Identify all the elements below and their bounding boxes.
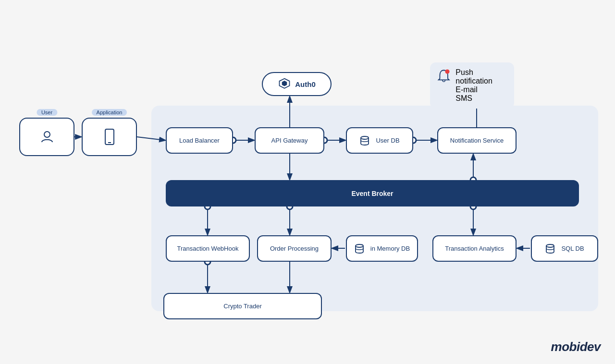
auth0-label: Auth0 [295,80,316,88]
crypto-trader-node: Crypto Trader [163,293,322,319]
logo: mobidev [551,340,601,354]
user-db-label: User DB [376,137,399,144]
notif-info-text: Push notification E-mail SMS [455,68,507,103]
notif-line1: Push notification [455,68,507,85]
svg-point-19 [445,69,449,73]
svg-point-23 [361,136,369,139]
user-db-icon [359,135,370,146]
in-memory-db-label: in Memory DB [370,245,410,252]
notification-service-node: Notification Service [437,127,517,154]
order-processing-label: Order Processing [270,245,319,252]
sql-db-node: SQL DB [531,235,598,262]
notif-line2: E-mail [455,85,507,94]
in-memory-db-node: in Memory DB [346,235,418,262]
user-node: User [19,118,74,156]
application-label: Application [92,109,127,116]
bell-icon [437,68,451,85]
svg-marker-18 [282,81,287,86]
api-gateway-node: API Gateway [255,127,324,154]
logo-static: mobidev [551,340,601,354]
user-label: User [37,109,57,116]
notif-line3: SMS [455,94,507,103]
auth0-node: Auth0 [262,72,332,96]
sql-db-icon [545,243,555,254]
load-balancer-node: Load Balancer [166,127,233,154]
transaction-analytics-node: Transaction Analytics [432,235,517,262]
svg-point-20 [44,132,50,137]
user-icon [40,130,54,144]
transaction-webhook-label: Transaction WebHook [177,245,239,252]
auth0-icon [278,77,291,91]
event-broker-label: Event Broker [351,190,393,197]
transaction-webhook-node: Transaction WebHook [166,235,250,262]
event-broker-node: Event Broker [166,180,579,206]
crypto-trader-label: Crypto Trader [223,303,261,310]
mobile-icon [104,129,115,145]
user-db-node: User DB [346,127,413,154]
diagram: Auth0 Push notification E-mail SMS User … [10,24,605,340]
svg-point-24 [356,244,363,247]
notification-service-label: Notification Service [450,137,504,144]
sql-db-label: SQL DB [561,245,584,252]
load-balancer-label: Load Balancer [179,137,220,144]
application-node: Application [82,118,137,156]
svg-point-25 [546,244,554,247]
order-processing-node: Order Processing [257,235,332,262]
transaction-analytics-label: Transaction Analytics [445,245,504,252]
api-gateway-label: API Gateway [271,137,308,144]
notif-info-box: Push notification E-mail SMS [430,62,514,109]
memory-db-icon [354,243,365,254]
